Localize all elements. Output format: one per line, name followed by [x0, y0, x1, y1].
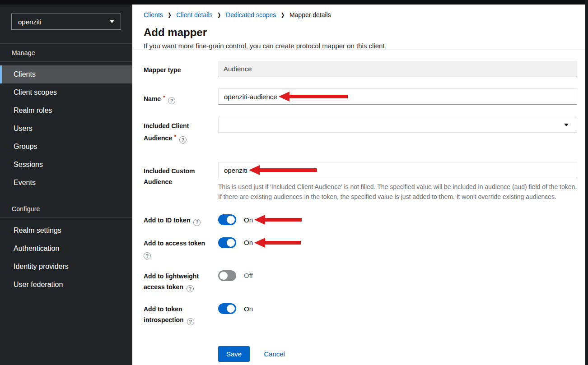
- breadcrumb-clients[interactable]: Clients: [144, 11, 163, 18]
- add-to-lightweight-access-token-row: Add to lightweight access token? Off: [144, 270, 577, 292]
- chevron-down-icon: [564, 124, 569, 126]
- add-mapper-form: Mapper type Audience Name*? openziti-aud…: [132, 50, 588, 365]
- included-custom-audience-input[interactable]: openziti: [218, 162, 577, 178]
- breadcrumb-mapper-details: Mapper details: [289, 11, 331, 18]
- page-subtitle: If you want more fine-grain control, you…: [144, 42, 577, 50]
- annotation-arrow: [254, 238, 301, 248]
- help-icon[interactable]: ?: [187, 318, 194, 325]
- included-client-audience-label: Included Client Audience*?: [144, 117, 218, 143]
- help-icon[interactable]: ?: [193, 219, 201, 226]
- included-custom-audience-label: Included Custom Audience: [144, 162, 218, 187]
- cancel-button[interactable]: Cancel: [264, 350, 285, 358]
- add-to-token-introspection-toggle[interactable]: [218, 303, 236, 314]
- add-to-token-introspection-row: Add to token introspection? On: [144, 303, 577, 325]
- add-to-token-introspection-label: Add to token introspection?: [144, 303, 218, 325]
- add-to-id-token-state: On: [244, 216, 253, 224]
- required-asterisk: *: [163, 95, 165, 100]
- help-icon[interactable]: ?: [187, 285, 194, 292]
- included-custom-audience-row: Included Custom Audience openziti This i…: [144, 162, 577, 202]
- breadcrumb-client-details[interactable]: Client details: [176, 11, 212, 18]
- name-input[interactable]: openziti-audience: [218, 88, 577, 105]
- configure-nav-list: Realm settings Authentication Identity p…: [0, 218, 132, 294]
- form-actions: Save Cancel: [218, 346, 577, 365]
- scrollbar-track[interactable]: [585, 0, 588, 365]
- chevron-down-icon: [110, 20, 114, 23]
- name-input-value: openziti-audience: [224, 93, 277, 101]
- sidebar-item-sessions[interactable]: Sessions: [0, 156, 132, 174]
- realm-selector-dropdown[interactable]: openziti: [11, 14, 121, 30]
- breadcrumb-dedicated-scopes[interactable]: Dedicated scopes: [226, 11, 276, 18]
- sidebar: openziti Manage Clients Client scopes Re…: [0, 5, 132, 365]
- annotation-arrow: [249, 165, 317, 175]
- nav-section-manage: Manage: [0, 44, 132, 61]
- realm-selector-value: openziti: [18, 18, 42, 26]
- add-to-access-token-label: Add to access token ?: [144, 237, 218, 259]
- sidebar-item-identity-providers[interactable]: Identity providers: [0, 258, 132, 276]
- chevron-right-icon: ❯: [218, 12, 221, 18]
- main-content: Clients ❯ Client details ❯ Dedicated sco…: [132, 5, 588, 365]
- sidebar-item-client-scopes[interactable]: Client scopes: [0, 83, 132, 102]
- name-row: Name*? openziti-audience: [144, 88, 577, 105]
- nav-section-configure: Configure: [0, 200, 132, 217]
- sidebar-item-realm-roles[interactable]: Realm roles: [0, 102, 132, 120]
- included-custom-audience-help: This is used just if 'Included Client Au…: [218, 182, 577, 202]
- breadcrumb: Clients ❯ Client details ❯ Dedicated sco…: [144, 11, 577, 18]
- add-to-id-token-row: Add to ID token? On: [144, 214, 577, 226]
- sidebar-item-clients[interactable]: Clients: [0, 65, 132, 83]
- sidebar-item-realm-settings[interactable]: Realm settings: [0, 222, 132, 240]
- help-icon[interactable]: ?: [179, 136, 187, 143]
- included-client-audience-row: Included Client Audience*?: [144, 117, 577, 143]
- included-custom-audience-value: openziti: [224, 166, 247, 174]
- add-to-id-token-toggle[interactable]: [218, 214, 236, 225]
- mapper-type-row: Mapper type Audience: [144, 61, 577, 77]
- add-to-access-token-toggle[interactable]: [218, 237, 236, 248]
- mapper-type-label: Mapper type: [144, 61, 218, 75]
- help-icon[interactable]: ?: [144, 252, 151, 259]
- mapper-type-value: Audience: [224, 65, 252, 73]
- sidebar-item-groups[interactable]: Groups: [0, 138, 132, 156]
- sidebar-item-events[interactable]: Events: [0, 174, 132, 192]
- save-button[interactable]: Save: [218, 346, 250, 362]
- add-to-lightweight-access-token-label: Add to lightweight access token?: [144, 270, 218, 292]
- chevron-right-icon: ❯: [281, 12, 285, 18]
- mapper-type-field: Audience: [218, 61, 577, 77]
- annotation-arrow: [254, 215, 302, 225]
- page-header: Clients ❯ Client details ❯ Dedicated sco…: [132, 5, 588, 50]
- add-to-access-token-row: Add to access token ? On: [144, 237, 577, 259]
- add-to-access-token-state: On: [244, 239, 253, 246]
- page-title: Add mapper: [144, 26, 577, 39]
- sidebar-item-authentication[interactable]: Authentication: [0, 240, 132, 258]
- sidebar-item-user-federation[interactable]: User federation: [0, 276, 132, 294]
- add-to-token-introspection-state: On: [244, 305, 253, 313]
- required-asterisk: *: [174, 134, 176, 139]
- app-window: openziti Manage Clients Client scopes Re…: [0, 0, 588, 365]
- name-label: Name*?: [144, 88, 218, 104]
- help-icon[interactable]: ?: [168, 97, 175, 104]
- sidebar-item-users[interactable]: Users: [0, 120, 132, 138]
- add-to-lightweight-access-token-state: Off: [244, 272, 253, 279]
- included-client-audience-select[interactable]: [218, 117, 577, 133]
- chevron-right-icon: ❯: [168, 12, 172, 18]
- add-to-lightweight-access-token-toggle[interactable]: [218, 270, 236, 281]
- manage-nav-list: Clients Client scopes Realm roles Users …: [0, 62, 132, 192]
- add-to-id-token-label: Add to ID token?: [144, 214, 218, 226]
- masthead-strip: [0, 0, 588, 5]
- annotation-arrow: [279, 92, 348, 102]
